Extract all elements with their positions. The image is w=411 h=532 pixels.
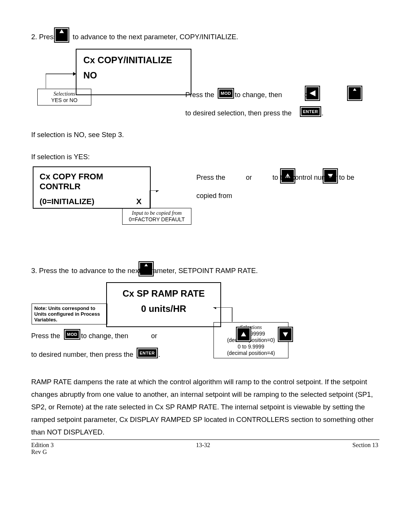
callout-heading: Selections xyxy=(41,91,87,97)
text: or xyxy=(151,332,157,340)
input-callout: Input to be copied from 0=FACTORY DEFAUL… xyxy=(122,208,191,225)
text: to desired number, then press the xyxy=(31,351,133,359)
text: copied from xyxy=(196,192,232,200)
text: Press the xyxy=(31,332,60,340)
text: to change, then xyxy=(235,91,282,99)
display-sub-left: (0=INITIALIZE) xyxy=(40,197,94,206)
text: or xyxy=(246,174,252,182)
step3-text-after: to advance to the next parameter, SETPOI… xyxy=(72,267,258,275)
note-callout: Note: Units correspond to Units configur… xyxy=(32,304,107,324)
enter-button: ENTER xyxy=(137,348,158,358)
ramp-rate-paragraph: RAMP RATE dampens the rate at which the … xyxy=(31,375,381,438)
up-arrow-icon xyxy=(236,327,251,342)
display-copy-initialize: Cx COPY/INITIALIZE NO xyxy=(76,49,191,95)
connector-line xyxy=(213,307,240,323)
scroll-icon xyxy=(54,27,69,43)
callout-body: YES or NO xyxy=(41,97,87,104)
text: Press the xyxy=(196,174,225,182)
text: to the control number to be xyxy=(272,174,354,182)
display-copy-from: Cx COPY FROM CONTRLR (0=INITIALIZE) X xyxy=(33,166,151,209)
mod-button: MOD xyxy=(64,329,80,340)
connector-line xyxy=(46,62,76,89)
text: to change, then xyxy=(81,332,128,340)
scroll-icon xyxy=(347,86,362,101)
callout-heading: Input to be copied from xyxy=(126,210,187,216)
step3-text-before: 3. Press the xyxy=(31,267,69,275)
callout-body: 0=FACTORY DEFAULT xyxy=(126,216,187,223)
mod-button: MOD xyxy=(218,88,234,99)
footer-edition: Edition 3 xyxy=(31,442,54,449)
callout-line: (decimal position=4) xyxy=(218,350,284,356)
footer-section: Section 13 xyxy=(352,442,378,449)
step2-text-after: to advance to the next parameter, COPY/I… xyxy=(73,33,238,41)
text: to desired selection, then press the xyxy=(185,109,292,117)
display-title: Cx COPY/INITIALIZE xyxy=(83,55,184,66)
connector-line xyxy=(145,190,160,209)
text: . xyxy=(158,351,160,359)
selections-callout: Selections YES or NO xyxy=(37,89,91,105)
down-arrow-icon xyxy=(278,327,293,342)
enter-button: ENTER xyxy=(300,106,321,117)
footer-rule xyxy=(31,439,379,440)
display-sub-right: X xyxy=(136,197,144,206)
text: . xyxy=(322,109,323,117)
if-no-text: If selection is NO, see Step 3. xyxy=(31,131,124,139)
display-title: Cx COPY FROM CONTRLR xyxy=(40,172,144,192)
if-yes-text: If selection is YES: xyxy=(31,153,90,161)
manual-page: 2. Press the to advance to the next para… xyxy=(0,0,411,532)
display-value: 0 units/HR xyxy=(114,304,213,314)
display-ramp-rate: Cx SP RAMP RATE 0 units/HR xyxy=(106,282,221,327)
text: Press the xyxy=(185,91,214,99)
display-value: NO xyxy=(83,70,184,81)
footer-rev: Rev G xyxy=(31,449,47,455)
callout-line: 0 to 9.9999 xyxy=(218,343,284,350)
footer-page-number: 13-32 xyxy=(196,442,210,449)
display-title: Cx SP RAMP RATE xyxy=(114,288,213,299)
text: or xyxy=(304,91,311,99)
